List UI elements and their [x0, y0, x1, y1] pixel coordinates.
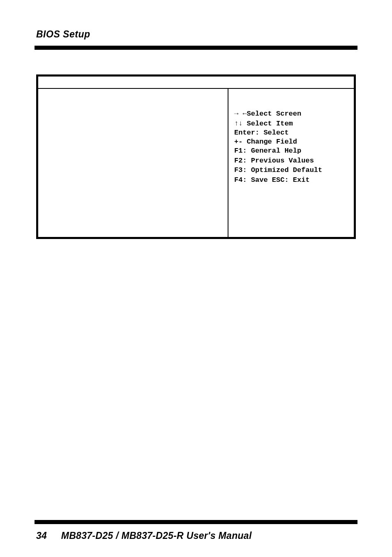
bios-help-panel: → ←Select Screen ↑↓ Select Item Enter: S… [228, 89, 354, 237]
help-optimized-default: F3: Optimized Default [234, 166, 350, 175]
page-footer: 34 MB837-D25 / MB837-D25-R User's Manual [36, 530, 356, 541]
help-enter: Enter: Select [234, 128, 350, 137]
help-select-item: ↑↓ Select Item [234, 119, 350, 128]
help-change-field: +- Change Field [234, 137, 350, 146]
bios-body: → ←Select Screen ↑↓ Select Item Enter: S… [38, 89, 354, 237]
bios-menu-bar [38, 77, 354, 89]
bios-panel: → ←Select Screen ↑↓ Select Item Enter: S… [36, 74, 356, 239]
help-general-help: F1: General Help [234, 146, 350, 155]
help-select-screen: → ←Select Screen [234, 109, 350, 118]
page-header-title: BIOS Setup [36, 29, 356, 40]
help-previous-values: F2: Previous Values [234, 156, 350, 165]
page-number: 34 [36, 530, 58, 541]
manual-title: MB837-D25 / MB837-D25-R User's Manual [61, 530, 252, 541]
bios-content-area [38, 89, 228, 237]
header-divider [35, 46, 357, 50]
footer-divider [35, 520, 357, 524]
help-save-exit: F4: Save ESC: Exit [234, 176, 350, 185]
